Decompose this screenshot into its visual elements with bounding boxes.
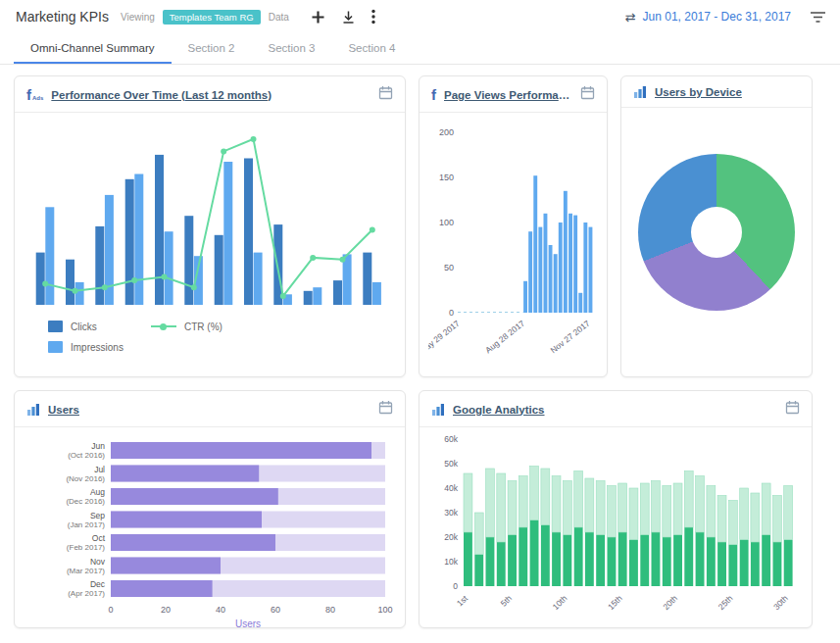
calendar-icon[interactable] xyxy=(378,85,393,104)
legend-label: Impressions xyxy=(71,342,124,353)
legend-label: Clicks xyxy=(71,322,97,332)
card-google-analytics-title[interactable]: Google Analytics xyxy=(453,404,545,416)
svg-text:30th: 30th xyxy=(771,593,790,612)
card-page-views-header: f Page Views Performance xyxy=(420,76,607,113)
card-page-views-title[interactable]: Page Views Performance xyxy=(444,89,572,101)
legend-item[interactable]: Clicks xyxy=(48,321,151,332)
card-page-views: f Page Views Performance 050100150200May… xyxy=(419,75,608,377)
card-users-by-device: Users by Device xyxy=(620,75,813,377)
tab-section-2[interactable]: Section 2 xyxy=(172,31,252,64)
svg-text:(Dec 2016): (Dec 2016) xyxy=(66,497,105,506)
date-range[interactable]: Jun 01, 2017 - Dec 31, 2017 xyxy=(643,10,791,24)
svg-text:May 29 2017: May 29 2017 xyxy=(428,319,462,356)
svg-text:20k: 20k xyxy=(444,532,458,542)
facebook-icon: f xyxy=(431,87,436,102)
filter-icon[interactable] xyxy=(810,11,826,24)
bars-clicks xyxy=(36,155,372,305)
card-google-analytics-body: 010k20k30k40k50k60k1st5th10th15th20th25t… xyxy=(420,427,812,628)
card-users-by-device-title[interactable]: Users by Device xyxy=(655,86,742,98)
svg-text:Aug: Aug xyxy=(90,487,105,497)
svg-text:100: 100 xyxy=(438,218,453,227)
svg-text:200: 200 xyxy=(438,127,453,137)
dashboard-grid: fAds Performance Over Time (Last 12 mont… xyxy=(0,65,840,643)
add-button[interactable] xyxy=(311,10,325,25)
tab-omni-channel-summary[interactable]: Omni-Channel Summary xyxy=(14,31,172,64)
more-menu-button[interactable] xyxy=(371,9,375,25)
google-analytics-chart: 010k20k30k40k50k60k1st5th10th15th20th25t… xyxy=(427,431,802,628)
calendar-icon[interactable] xyxy=(580,85,595,104)
calendar-icon xyxy=(378,400,393,415)
users-chart: Jun(Oct 2016)Jul(Nov 2016)Aug(Dec 2016)S… xyxy=(23,431,397,628)
compare-dates-icon[interactable]: ⇄ xyxy=(625,10,636,25)
card-page-views-body: 050100150200May 29 2017Aug 28 2017Nov 27… xyxy=(420,113,607,373)
bar-chart-icon xyxy=(26,403,40,417)
card-google-analytics: Google Analytics 010k20k30k40k50k60k1st5… xyxy=(419,390,813,628)
svg-text:40: 40 xyxy=(216,605,225,615)
svg-text:100: 100 xyxy=(377,605,392,615)
svg-text:20: 20 xyxy=(161,605,171,615)
users-by-device-donut xyxy=(638,154,795,311)
svg-text:1st: 1st xyxy=(455,593,470,609)
data-label: Data xyxy=(269,12,289,23)
bar-chart-icon xyxy=(633,85,647,99)
calendar-icon[interactable] xyxy=(378,400,393,419)
svg-text:10k: 10k xyxy=(444,557,458,567)
card-users-body: Jun(Oct 2016)Jul(Nov 2016)Aug(Dec 2016)S… xyxy=(15,427,405,628)
svg-text:Nov: Nov xyxy=(90,557,106,567)
plus-icon xyxy=(311,10,325,25)
kebab-menu-icon xyxy=(371,9,375,25)
svg-text:Users: Users xyxy=(235,618,261,629)
page-views-chart: 050100150200May 29 2017Aug 28 2017Nov 27… xyxy=(428,117,599,373)
svg-text:0: 0 xyxy=(108,605,113,615)
performance-chart xyxy=(23,117,395,313)
tab-section-4[interactable]: Section 4 xyxy=(331,31,412,64)
card-google-analytics-header: Google Analytics xyxy=(420,391,812,427)
svg-text:Sep: Sep xyxy=(90,511,105,520)
card-users: Users Jun(Oct 2016)Jul(Nov 2016)Aug(Dec … xyxy=(14,390,406,628)
tab-section-3[interactable]: Section 3 xyxy=(252,31,332,64)
ctr-line xyxy=(45,139,372,296)
svg-text:Nov 27 2017: Nov 27 2017 xyxy=(548,319,591,356)
card-users-by-device-header: Users by Device xyxy=(621,76,812,108)
card-performance-title[interactable]: Performance Over Time (Last 12 months) xyxy=(51,89,272,101)
card-users-title[interactable]: Users xyxy=(48,404,79,416)
svg-text:10th: 10th xyxy=(551,593,569,612)
card-users-by-device-body xyxy=(621,108,812,353)
svg-text:50: 50 xyxy=(443,263,453,272)
svg-text:Dec: Dec xyxy=(90,579,106,589)
svg-text:0: 0 xyxy=(448,308,453,318)
calendar-icon xyxy=(785,400,800,415)
svg-text:Jul: Jul xyxy=(94,465,105,474)
viewing-label: Viewing xyxy=(121,12,155,23)
legend-item[interactable]: CTR (%) xyxy=(151,321,298,332)
card-performance-body: ClicksCTR (%)Impressions xyxy=(15,113,405,353)
svg-text:(Oct 2016): (Oct 2016) xyxy=(68,451,105,460)
download-icon xyxy=(341,10,356,25)
download-button[interactable] xyxy=(341,10,356,25)
page-title: Marketing KPIs xyxy=(16,9,109,25)
team-badge[interactable]: Templates Team RG xyxy=(163,10,261,25)
top-bar: Marketing KPIs Viewing Templates Team RG… xyxy=(0,0,840,31)
svg-text:5th: 5th xyxy=(499,593,515,609)
svg-text:80: 80 xyxy=(325,605,335,615)
svg-text:50k: 50k xyxy=(444,459,458,469)
card-performance-header: fAds Performance Over Time (Last 12 mont… xyxy=(15,76,405,113)
svg-text:25th: 25th xyxy=(716,593,735,612)
top-bar-right: ⇄ Jun 01, 2017 - Dec 31, 2017 xyxy=(625,10,826,25)
legend-item[interactable]: Impressions xyxy=(48,341,151,353)
donut-hole xyxy=(691,207,742,258)
calendar-icon[interactable] xyxy=(785,400,800,419)
svg-text:Aug 28 2017: Aug 28 2017 xyxy=(483,319,526,356)
svg-text:(Feb 2017): (Feb 2017) xyxy=(67,543,105,552)
legend-label: CTR (%) xyxy=(184,322,222,332)
card-performance: fAds Performance Over Time (Last 12 mont… xyxy=(14,75,406,377)
svg-text:Jun: Jun xyxy=(91,441,105,451)
card-users-header: Users xyxy=(15,391,405,427)
facebook-ads-icon: fAds xyxy=(26,87,43,102)
svg-text:40k: 40k xyxy=(444,483,458,493)
svg-text:(Apr 2017): (Apr 2017) xyxy=(68,589,105,598)
calendar-icon xyxy=(580,85,595,100)
calendar-icon xyxy=(378,85,393,100)
svg-text:(Jan 2017): (Jan 2017) xyxy=(68,520,106,529)
svg-text:(Nov 2016): (Nov 2016) xyxy=(66,474,105,483)
